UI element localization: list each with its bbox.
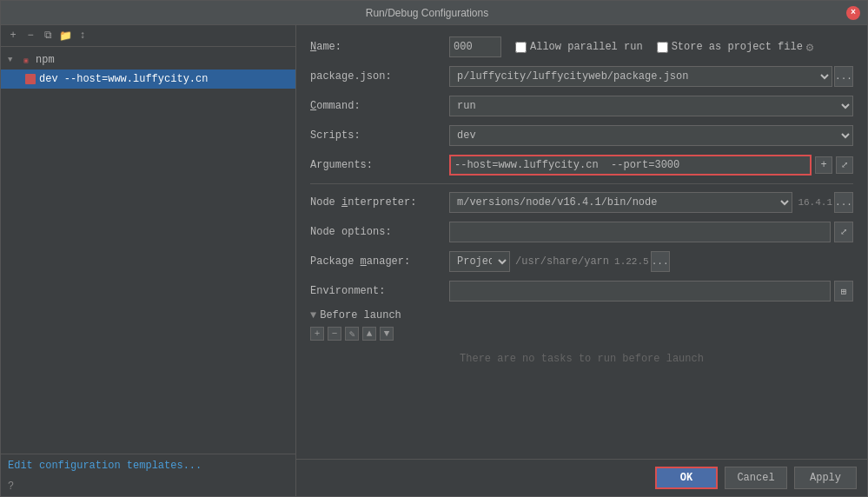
name-row: Name: Allow parallel run Store as projec… <box>310 36 853 58</box>
bl-edit-btn[interactable]: ✎ <box>345 327 359 341</box>
scripts-label: Scripts: <box>310 129 449 142</box>
tree-item-dev[interactable]: dev --host=www.luffycity.cn <box>1 70 295 89</box>
apply-button[interactable]: Apply <box>794 467 857 489</box>
allow-parallel-checkbox[interactable] <box>515 42 527 53</box>
node-interpreter-browse-btn[interactable]: ... <box>834 192 853 213</box>
package-json-select-wrapper: p/luffycity/luffycityweb/package.json ..… <box>449 66 853 87</box>
edit-templates-link[interactable]: Edit configuration templates... <box>8 460 288 472</box>
scripts-control: dev <box>449 125 853 146</box>
before-launch-header: ▼ Before launch <box>310 309 853 321</box>
package-json-label: package.json: <box>310 70 449 83</box>
npm-icon: ▣ <box>20 54 32 66</box>
package-json-row: package.json: p/luffycity/luffycityweb/p… <box>310 65 853 88</box>
environment-label: Environment: <box>310 285 449 297</box>
node-interpreter-select[interactable]: m/versions/node/v16.4.1/bin/node <box>449 192 792 213</box>
arguments-row: Arguments: + ⤢ <box>310 154 853 176</box>
main-area: + − ⧉ 📁 ↕ ▼ ▣ npm dev --host=www.luffyci… <box>1 25 867 496</box>
command-row: Command: run <box>310 95 853 117</box>
package-manager-select-wrapper: Project /usr/share/yarn 1.22.5 ... <box>449 251 853 272</box>
gear-icon[interactable]: ⚙ <box>806 40 813 55</box>
package-manager-select[interactable]: Project <box>449 251 510 272</box>
ok-button[interactable]: OK <box>655 467 718 489</box>
arguments-input[interactable] <box>449 155 812 176</box>
scripts-select[interactable]: dev <box>449 125 853 146</box>
command-label: Command: <box>310 100 449 112</box>
run-debug-dialog: Run/Debug Configurations × + − ⧉ 📁 ↕ ▼ ▣… <box>0 0 868 497</box>
node-options-label: Node options: <box>310 226 449 238</box>
node-options-field <box>449 222 831 242</box>
arguments-add-btn[interactable]: + <box>815 156 832 174</box>
node-interpreter-row: Node interpreter: m/versions/node/v16.4.… <box>310 191 853 214</box>
store-as-project-checkbox[interactable] <box>657 42 668 53</box>
bl-remove-btn[interactable]: − <box>328 327 341 341</box>
cancel-button[interactable]: Cancel <box>725 467 787 489</box>
name-control: Allow parallel run Store as project file… <box>449 36 853 57</box>
tree-group-npm[interactable]: ▼ ▣ npm <box>1 50 295 70</box>
folder-config-button[interactable]: 📁 <box>58 29 72 43</box>
config-tree: ▼ ▣ npm dev --host=www.luffycity.cn <box>1 47 295 454</box>
copy-config-button[interactable]: ⧉ <box>41 29 55 43</box>
arguments-control: + ⤢ <box>449 155 853 176</box>
title-bar: Run/Debug Configurations × <box>1 1 867 25</box>
arguments-expand-btn[interactable]: ⤢ <box>836 156 853 174</box>
sort-config-button[interactable]: ↕ <box>76 29 89 43</box>
add-config-button[interactable]: + <box>6 29 20 43</box>
before-launch-empty: There are no tasks to run before launch <box>310 346 853 372</box>
environment-field <box>449 281 831 302</box>
node-options-control: ⤢ <box>449 222 853 242</box>
package-manager-control: Project /usr/share/yarn 1.22.5 ... <box>449 251 853 272</box>
dev-icon <box>25 74 36 84</box>
bl-add-btn[interactable]: + <box>310 327 324 341</box>
node-options-expand-btn[interactable]: ⤢ <box>834 222 853 242</box>
package-manager-label: Package manager: <box>310 255 449 268</box>
scripts-row: Scripts: dev <box>310 124 853 147</box>
package-json-control: p/luffycity/luffycityweb/package.json ..… <box>449 66 853 87</box>
right-panel: Name: Allow parallel run Store as projec… <box>296 25 867 496</box>
store-as-project-text: Store as project file <box>672 41 803 53</box>
package-json-browse-btn[interactable]: ... <box>834 66 853 87</box>
before-launch-toolbar: + − ✎ ▲ ▼ <box>310 327 853 341</box>
dialog-title: Run/Debug Configurations <box>8 7 846 19</box>
item-label: dev --host=www.luffycity.cn <box>39 73 208 85</box>
package-manager-path: /usr/share/yarn <box>515 255 609 268</box>
allow-parallel-text: Allow parallel run <box>530 41 643 53</box>
environment-control: ⊞ <box>449 281 853 302</box>
name-label: Name: <box>310 41 449 53</box>
node-interpreter-control: m/versions/node/v16.4.1/bin/node 16.4.1 … <box>449 192 853 213</box>
bl-up-btn[interactable]: ▲ <box>362 327 376 341</box>
allow-parallel-label: Allow parallel run <box>515 41 643 53</box>
separator-1 <box>310 183 853 184</box>
expand-icon: ▼ <box>8 56 18 64</box>
bottom-bar: OK Cancel Apply <box>296 459 867 496</box>
before-launch-title: Before launch <box>320 309 401 321</box>
command-control: run <box>449 96 853 116</box>
group-label: npm <box>36 54 55 66</box>
environment-edit-btn[interactable]: ⊞ <box>834 281 853 302</box>
left-bottom: Edit configuration templates... <box>1 454 295 477</box>
help-label[interactable]: ? <box>8 480 14 493</box>
left-toolbar: + − ⧉ 📁 ↕ <box>1 25 295 47</box>
before-launch-section: ▼ Before launch + − ✎ ▲ ▼ There are no t… <box>310 309 853 372</box>
node-options-row: Node options: ⤢ <box>310 221 853 243</box>
store-as-project-label: Store as project file <box>657 41 803 53</box>
package-manager-row: Package manager: Project /usr/share/yarn… <box>310 250 853 273</box>
left-panel: + − ⧉ 📁 ↕ ▼ ▣ npm dev --host=www.luffyci… <box>1 25 296 496</box>
package-manager-version: 1.22.5 <box>614 256 649 267</box>
node-interpreter-select-wrapper: m/versions/node/v16.4.1/bin/node 16.4.1 … <box>449 192 853 213</box>
name-input[interactable] <box>449 36 501 57</box>
close-button[interactable]: × <box>846 6 860 20</box>
help-area: ? <box>1 477 295 496</box>
bl-down-btn[interactable]: ▼ <box>380 327 394 341</box>
environment-row: Environment: ⊞ <box>310 280 853 302</box>
form-area: Name: Allow parallel run Store as projec… <box>296 25 867 459</box>
package-manager-browse-btn[interactable]: ... <box>651 251 670 272</box>
arguments-label: Arguments: <box>310 159 449 171</box>
command-select[interactable]: run <box>449 96 853 116</box>
node-interpreter-label: Node interpreter: <box>310 196 449 209</box>
remove-config-button[interactable]: − <box>23 29 37 43</box>
node-version-tag: 16.4.1 <box>798 197 832 208</box>
package-json-select[interactable]: p/luffycity/luffycityweb/package.json <box>449 66 832 87</box>
